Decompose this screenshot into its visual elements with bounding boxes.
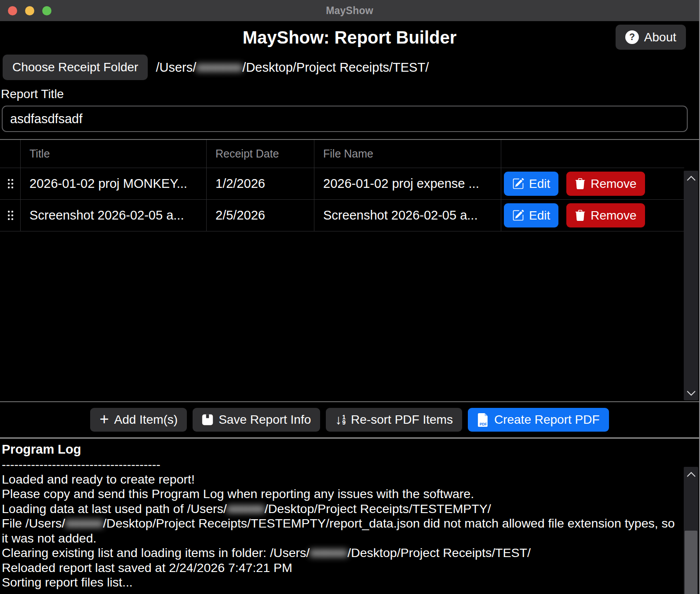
scroll-up-icon[interactable] bbox=[684, 171, 698, 186]
table-row: Screenshot 2026-02-05 a... 2/5/2026 Scre… bbox=[0, 200, 684, 231]
program-log-section: Program Log ----------------------------… bbox=[0, 437, 699, 594]
about-button-label: About bbox=[644, 30, 676, 44]
about-button[interactable]: ? About bbox=[616, 25, 686, 50]
header-file-name: File Name bbox=[314, 140, 501, 168]
choose-receipt-folder-button[interactable]: Choose Receipt Folder bbox=[3, 55, 148, 80]
app-header: MayShow: Report Builder ? About bbox=[0, 21, 699, 48]
log-line: Loaded and ready to create report! bbox=[2, 472, 680, 487]
table-row: 2026-01-02 proj MONKEY... 1/2/2026 2026-… bbox=[0, 168, 684, 200]
svg-text:?: ? bbox=[629, 32, 635, 42]
redacted-username: ■■■■■ bbox=[227, 502, 265, 516]
header-receipt-date: Receipt Date bbox=[207, 140, 314, 168]
report-title-input[interactable] bbox=[2, 106, 688, 132]
scroll-up-icon[interactable] bbox=[684, 467, 698, 482]
log-line: Sorting report files list... bbox=[2, 575, 680, 590]
table-scrollbar[interactable] bbox=[684, 171, 698, 400]
window-controls bbox=[8, 0, 51, 21]
page-title: MayShow: Report Builder bbox=[0, 26, 699, 48]
receipt-folder-path: /Users/■■■■■■/Desktop/Project Receipts/T… bbox=[156, 60, 429, 75]
remove-button-label: Remove bbox=[591, 209, 636, 223]
trash-icon bbox=[575, 178, 586, 190]
remove-button[interactable]: Remove bbox=[566, 203, 645, 227]
remove-button[interactable]: Remove bbox=[566, 172, 645, 196]
scroll-down-icon[interactable] bbox=[684, 385, 698, 400]
log-line: Loading data at last used path of /Users… bbox=[2, 502, 680, 517]
zoom-window-button[interactable] bbox=[42, 6, 51, 15]
header-actions bbox=[501, 140, 684, 168]
report-items-table: Title Receipt Date File Name 2026-01-02 … bbox=[0, 139, 699, 402]
window-title: MayShow bbox=[326, 5, 373, 17]
edit-button-label: Edit bbox=[529, 177, 550, 191]
save-report-info-label: Save Report Info bbox=[219, 413, 311, 427]
close-window-button[interactable] bbox=[8, 6, 17, 15]
redacted-username: ■■■■■■ bbox=[196, 60, 242, 74]
question-circle-icon: ? bbox=[625, 30, 639, 44]
sort-numeric-icon: ↓ 19 bbox=[335, 413, 346, 426]
row-title: Screenshot 2026-02-05 a... bbox=[21, 200, 207, 231]
folder-row: Choose Receipt Folder /Users/■■■■■■/Desk… bbox=[3, 55, 699, 80]
row-file-name: 2026-01-02 proj expense ... bbox=[314, 168, 501, 200]
redacted-username: ■■■■■ bbox=[310, 546, 347, 560]
header-title: Title bbox=[21, 140, 207, 168]
minimize-window-button[interactable] bbox=[25, 6, 34, 15]
pencil-square-icon bbox=[512, 209, 524, 221]
edit-button-label: Edit bbox=[529, 209, 550, 223]
add-items-button[interactable]: + Add Item(s) bbox=[90, 408, 187, 432]
log-line: Reloaded report last saved at 2/24/2026 … bbox=[2, 561, 680, 576]
pencil-square-icon bbox=[512, 178, 524, 190]
row-file-name: Screenshot 2026-02-05 a... bbox=[314, 200, 501, 231]
log-line: -------------------------------------- bbox=[2, 457, 680, 472]
remove-button-label: Remove bbox=[591, 177, 636, 191]
drag-handle-icon[interactable] bbox=[7, 210, 14, 221]
save-report-info-button[interactable]: Save Report Info bbox=[193, 408, 320, 432]
log-scrollbar-thumb[interactable] bbox=[685, 531, 697, 594]
add-items-label: Add Item(s) bbox=[114, 413, 178, 427]
resort-pdf-items-button[interactable]: ↓ 19 Re-sort PDF Items bbox=[326, 408, 462, 432]
log-lines: --------------------------------------Lo… bbox=[2, 457, 680, 590]
log-line: File /Users/■■■■■/Desktop/Project Receip… bbox=[2, 516, 680, 546]
program-log-title: Program Log bbox=[2, 441, 680, 457]
resort-pdf-items-label: Re-sort PDF Items bbox=[351, 413, 453, 427]
svg-text:PDF: PDF bbox=[480, 422, 487, 426]
mayshow-window: { "window": { "title": "MayShow" }, "hea… bbox=[0, 0, 700, 594]
pdf-file-icon: PDF bbox=[477, 413, 489, 427]
table-header: Title Receipt Date File Name bbox=[0, 140, 684, 168]
create-report-pdf-button[interactable]: PDF Create Report PDF bbox=[468, 408, 609, 432]
plus-icon: + bbox=[99, 413, 109, 426]
trash-icon bbox=[575, 209, 586, 221]
actions-bar: + Add Item(s) Save Report Info ↓ 19 Re-s… bbox=[0, 402, 699, 437]
row-receipt-date: 2/5/2026 bbox=[207, 200, 314, 231]
edit-button[interactable]: Edit bbox=[504, 203, 558, 227]
table-rows: 2026-01-02 proj MONKEY... 1/2/2026 2026-… bbox=[0, 168, 684, 231]
redacted-username: ■■■■■ bbox=[65, 516, 103, 530]
header-drag-column bbox=[0, 140, 21, 168]
save-icon bbox=[202, 414, 213, 425]
row-title: 2026-01-02 proj MONKEY... bbox=[21, 168, 207, 200]
report-title-label: Report Title bbox=[1, 87, 699, 101]
row-receipt-date: 1/2/2026 bbox=[207, 168, 314, 200]
log-line: Please copy and send this Program Log wh… bbox=[2, 487, 680, 502]
log-line: Clearing existing list and loading items… bbox=[2, 546, 680, 561]
drag-handle-icon[interactable] bbox=[7, 178, 14, 189]
edit-button[interactable]: Edit bbox=[504, 172, 558, 196]
create-report-pdf-label: Create Report PDF bbox=[494, 413, 600, 427]
log-scrollbar[interactable] bbox=[684, 467, 698, 594]
window-titlebar: MayShow bbox=[0, 0, 699, 21]
